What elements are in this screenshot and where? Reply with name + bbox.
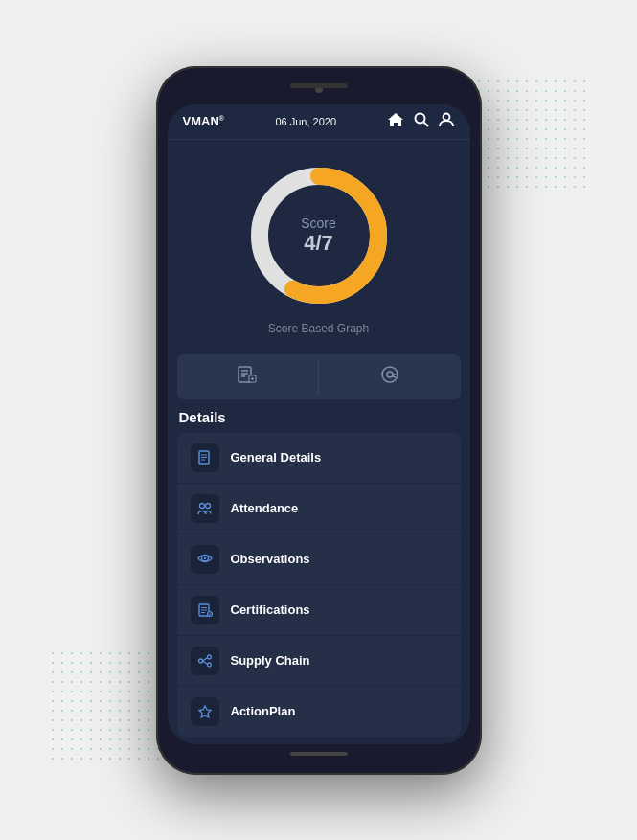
attendance-icon xyxy=(191,494,219,523)
phone-frame: VMAN® 06 Jun, 2020 xyxy=(156,66,482,775)
dot-pattern-bottom xyxy=(48,648,163,763)
nav-bar: VMAN® 06 Jun, 2020 xyxy=(168,104,470,140)
svg-point-2 xyxy=(444,113,450,120)
home-icon[interactable] xyxy=(387,112,404,131)
email-icon xyxy=(379,364,400,390)
general-details-icon xyxy=(191,443,219,472)
menu-item-action-plan[interactable]: ActionPlan xyxy=(177,687,461,737)
app-brand: VMAN® xyxy=(183,114,224,128)
svg-point-0 xyxy=(416,113,425,123)
phone-speaker xyxy=(290,83,348,88)
observations-label: Observations xyxy=(231,552,310,566)
certifications-icon xyxy=(191,596,219,624)
score-donut-chart: Score 4/7 xyxy=(242,159,396,312)
general-details-label: General Details xyxy=(231,450,322,465)
menu-item-supply-chain[interactable]: Supply Chain xyxy=(177,636,461,687)
menu-item-attendance[interactable]: Attendance xyxy=(177,484,461,534)
svg-line-31 xyxy=(202,657,207,660)
dot-pattern-top xyxy=(474,77,589,192)
score-section: Score 4/7 Score Based Graph xyxy=(168,140,470,345)
menu-item-observations[interactable]: Observations xyxy=(177,534,461,585)
certifications-label: Certifications xyxy=(231,602,310,617)
export-tab[interactable] xyxy=(177,360,320,394)
details-title: Details xyxy=(177,409,461,425)
svg-point-29 xyxy=(207,655,211,659)
action-plan-icon xyxy=(191,697,219,726)
svg-line-32 xyxy=(202,661,207,664)
observations-icon xyxy=(191,545,219,574)
tab-bar xyxy=(177,354,461,399)
svg-line-1 xyxy=(424,122,429,126)
menu-list: General Details Attendance xyxy=(177,433,461,737)
score-label: Score 4/7 xyxy=(301,216,336,256)
email-tab[interactable] xyxy=(319,360,461,394)
supply-chain-icon xyxy=(191,647,219,675)
svg-point-13 xyxy=(387,372,393,377)
details-section: Details General Details xyxy=(168,409,470,744)
menu-item-general-details[interactable]: General Details xyxy=(177,433,461,484)
nav-date: 06 Jun, 2020 xyxy=(275,116,336,127)
phone-bottom-bezel xyxy=(168,744,470,763)
supply-chain-label: Supply Chain xyxy=(231,653,310,668)
svg-point-19 xyxy=(199,503,204,508)
screen-content: Score 4/7 Score Based Graph xyxy=(168,140,470,744)
home-indicator xyxy=(290,752,348,756)
menu-item-certifications[interactable]: Certifications xyxy=(177,585,461,636)
attendance-label: Attendance xyxy=(231,501,299,515)
export-icon xyxy=(237,364,258,390)
svg-point-22 xyxy=(203,556,205,558)
action-plan-label: ActionPlan xyxy=(231,704,296,718)
nav-icons xyxy=(387,112,454,131)
search-icon[interactable] xyxy=(414,112,429,131)
phone-top-bezel xyxy=(168,78,470,104)
user-icon[interactable] xyxy=(439,112,454,131)
svg-point-20 xyxy=(205,503,210,508)
score-caption: Score Based Graph xyxy=(268,322,369,335)
svg-point-28 xyxy=(198,659,202,663)
phone-screen: VMAN® 06 Jun, 2020 xyxy=(168,104,470,744)
svg-point-30 xyxy=(207,663,211,667)
svg-marker-33 xyxy=(199,706,211,717)
